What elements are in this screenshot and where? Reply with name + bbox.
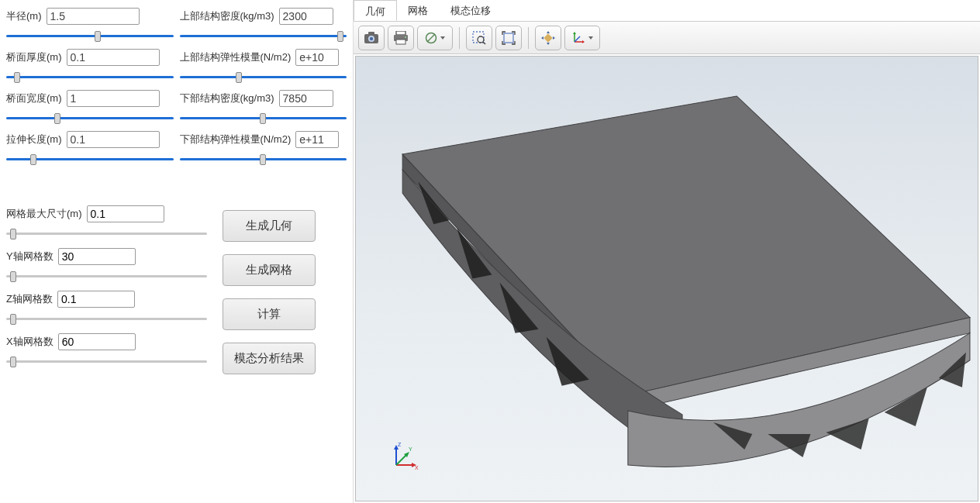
svg-rect-1	[368, 32, 374, 35]
input-z-mesh[interactable]	[57, 291, 135, 308]
input-lower-density[interactable]	[279, 90, 333, 107]
view-toolbar	[354, 22, 980, 54]
tab-modal-disp[interactable]: 模态位移	[440, 0, 502, 21]
parameter-panel: 半径(m) 桥面厚度(m) 桥面宽度(m)	[0, 0, 353, 503]
input-deck-thickness[interactable]	[67, 49, 160, 66]
svg-rect-4	[396, 31, 405, 35]
tab-mesh[interactable]: 网格	[397, 0, 440, 21]
pan-icon[interactable]	[535, 26, 561, 50]
slider-z-mesh[interactable]	[6, 318, 207, 320]
slider-lower-modulus[interactable]	[180, 158, 347, 160]
chevron-down-icon	[588, 36, 593, 40]
svg-line-32	[396, 454, 407, 465]
input-upper-modulus[interactable]	[295, 49, 339, 66]
label-y-mesh: Y轴网格数	[6, 250, 53, 264]
label-upper-modulus: 上部结构弹性模量(N/m2)	[180, 50, 292, 64]
3d-viewport[interactable]: Z X Y	[355, 56, 978, 501]
svg-text:Y: Y	[409, 446, 412, 452]
slider-max-mesh-size[interactable]	[6, 233, 207, 235]
slider-extrude-length[interactable]	[6, 158, 174, 160]
label-max-mesh-size: 网格最大尺寸(m)	[6, 207, 82, 221]
label-lower-modulus: 下部结构弹性模量(N/m2)	[180, 133, 292, 146]
svg-rect-14	[543, 33, 552, 42]
input-y-mesh[interactable]	[58, 248, 136, 265]
label-deck-width: 桥面宽度(m)	[6, 91, 62, 105]
modal-result-button[interactable]: 模态分析结果	[223, 343, 316, 374]
fit-icon[interactable]	[495, 26, 522, 50]
label-extrude-length: 拉伸长度(m)	[6, 133, 62, 146]
calculate-button[interactable]: 计算	[223, 298, 316, 330]
chevron-down-icon	[440, 36, 445, 40]
axis-dropdown-icon[interactable]	[564, 26, 600, 50]
label-x-mesh: X轴网格数	[6, 335, 53, 349]
svg-rect-13	[504, 33, 513, 43]
toolbar-separator	[528, 27, 529, 49]
svg-point-7	[405, 36, 406, 38]
svg-line-17	[575, 36, 580, 42]
settings-dropdown-icon[interactable]	[417, 26, 453, 50]
param-column-right: 上部结构密度(kg/m3) 上部结构弹性模量(N/m2) 下部结构密度(kg/m…	[180, 8, 347, 163]
slider-deck-width[interactable]	[6, 117, 174, 119]
generate-mesh-button[interactable]: 生成网格	[223, 254, 316, 286]
label-lower-density: 下部结构密度(kg/m3)	[180, 91, 274, 105]
view-tabs: 几何 网格 模态位移	[354, 0, 980, 22]
label-upper-density: 上部结构密度(kg/m3)	[180, 9, 274, 23]
svg-text:Z: Z	[398, 442, 402, 447]
input-x-mesh[interactable]	[58, 333, 136, 350]
slider-upper-density[interactable]	[180, 35, 347, 37]
slider-lower-density[interactable]	[180, 117, 347, 119]
input-max-mesh-size[interactable]	[87, 205, 164, 222]
svg-point-11	[478, 36, 484, 43]
input-lower-modulus[interactable]	[295, 131, 339, 148]
generate-geometry-button[interactable]: 生成几何	[223, 210, 316, 242]
slider-upper-modulus[interactable]	[180, 76, 347, 78]
bridge-model	[356, 57, 978, 501]
slider-deck-thickness[interactable]	[6, 76, 174, 78]
mesh-params: 网格最大尺寸(m) Y轴网格数 Z轴网格数	[6, 205, 207, 376]
input-extrude-length[interactable]	[67, 131, 160, 148]
input-radius[interactable]	[47, 8, 140, 25]
axis-gizmo-icon: Z X Y	[388, 442, 419, 473]
input-upper-density[interactable]	[279, 8, 333, 25]
label-deck-thickness: 桥面厚度(m)	[6, 50, 62, 64]
viewer-panel: 几何 网格 模态位移	[353, 0, 980, 503]
toolbar-separator	[459, 27, 460, 49]
action-buttons: 生成几何 生成网格 计算 模态分析结果	[223, 205, 347, 376]
slider-radius[interactable]	[6, 35, 174, 37]
slider-y-mesh[interactable]	[6, 275, 207, 277]
camera-icon[interactable]	[358, 26, 385, 50]
svg-text:X: X	[415, 465, 419, 470]
label-z-mesh: Z轴网格数	[6, 292, 53, 306]
input-deck-width[interactable]	[67, 90, 160, 107]
zoom-box-icon[interactable]	[466, 26, 492, 50]
label-radius: 半径(m)	[6, 9, 42, 23]
svg-line-12	[483, 42, 485, 44]
svg-point-3	[370, 36, 373, 40]
printer-icon[interactable]	[388, 26, 414, 50]
svg-line-9	[427, 34, 435, 42]
param-column-left: 半径(m) 桥面厚度(m) 桥面宽度(m)	[6, 8, 174, 163]
slider-x-mesh[interactable]	[6, 360, 207, 363]
svg-rect-6	[396, 40, 405, 44]
tab-geometry[interactable]: 几何	[354, 0, 397, 21]
